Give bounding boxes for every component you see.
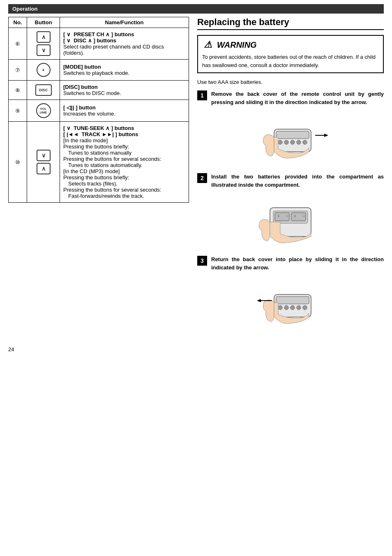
svg-point-20	[291, 306, 295, 310]
svg-rect-1	[276, 131, 309, 139]
func-text: [In the CD (MP3) mode]	[63, 168, 185, 174]
func-text: Switches to playback mode.	[63, 70, 185, 76]
row-button-10: ∨ ∧	[27, 122, 60, 203]
row-func-10: [ ∨ TUNE·SEEK ∧ ] buttons [ |◄◄ TRACK ►►…	[60, 122, 189, 203]
svg-point-4	[291, 140, 295, 144]
func-text: Switches to DISC mode.	[63, 90, 185, 96]
step-3: 3 Return the back cover into place by sl…	[197, 255, 384, 271]
svg-point-5	[297, 140, 301, 144]
func-text: [ ◁)) ] button	[63, 104, 96, 111]
svg-point-18	[278, 306, 282, 310]
mode-button-icon[interactable]: ●	[37, 63, 51, 77]
func-text: [ ∨ TUNE·SEEK ∧ ] buttons	[63, 125, 134, 131]
svg-text:+: +	[294, 214, 296, 218]
step-1: 1 Remove the back cover of the remote co…	[197, 90, 384, 106]
warning-title: ⚠ WARNING	[202, 39, 379, 51]
svg-text:−: −	[286, 214, 289, 218]
func-text: [MODE] button	[63, 64, 101, 70]
func-text: [In the radio mode]	[63, 137, 185, 144]
table-row: ⑨ VOLUME [ ◁)) ] button Increases the vo…	[9, 100, 189, 122]
table-row: ⑩ ∨ ∧ [ ∨ TUNE·SEEK ∧ ] buttons [ |◄◄ TR…	[9, 122, 189, 203]
svg-point-22	[303, 306, 307, 310]
svg-text:−: −	[303, 214, 305, 218]
func-text: Tunes to stations manually	[68, 150, 185, 156]
svg-point-3	[284, 140, 288, 144]
func-text: Fast-forwards/rewinds the track.	[68, 193, 185, 199]
func-text: Increases the volume.	[63, 111, 185, 117]
header-label: Operation	[12, 6, 37, 12]
func-text: Pressing the buttons for several seconds…	[63, 156, 185, 162]
row-func-7: [MODE] button Switches to playback mode.	[60, 60, 189, 81]
row-func-6: [ ∨ PRESET CH ∧ ] buttons [ ∨ DISC ∧ ] b…	[60, 28, 189, 60]
row-no-7: ⑦	[9, 60, 27, 81]
func-text: Select radio preset channels and CD disc…	[63, 44, 185, 56]
func-text: Selects tracks (files).	[68, 181, 185, 187]
col-header-no: No.	[9, 17, 27, 28]
page-header: Operation	[8, 4, 384, 14]
svg-marker-23	[257, 299, 261, 302]
row-button-7: ●	[27, 60, 60, 81]
section-title: Replacing the battery	[197, 17, 384, 30]
svg-point-2	[278, 140, 282, 144]
bottom-page: 24	[8, 346, 384, 352]
warning-text: To prevent accidents, store batteries ou…	[202, 53, 379, 69]
step-2-svg: + − + −	[249, 195, 332, 249]
row-no-6: ⑥	[9, 28, 27, 60]
func-text: [ ∨ DISC ∧ ] buttons	[63, 37, 116, 44]
step-2-number: 2	[197, 173, 207, 183]
page-number: 24	[8, 346, 14, 352]
step-3-text: Return the back cover into place by slid…	[211, 255, 384, 271]
row-button-9: VOLUME	[27, 100, 60, 122]
step-1-text: Remove the back cover of the remote cont…	[211, 90, 384, 106]
func-text: [ |◄◄ TRACK ►►| ] buttons	[63, 131, 138, 137]
arrow-up-icon[interactable]: ∧	[37, 31, 51, 43]
disc-button-icon[interactable]: DISC	[35, 84, 52, 96]
warning-box: ⚠ WARNING To prevent accidents, store ba…	[197, 35, 384, 73]
table-row: ⑥ ∧ ∨ [ ∨ PRESET CH ∧ ] buttons [ ∨ DISC…	[9, 28, 189, 60]
tune-up-icon[interactable]: ∧	[37, 163, 51, 174]
right-column: Replacing the battery ⚠ WARNING To preve…	[197, 17, 384, 338]
func-text: [DISC] button	[63, 84, 98, 90]
step-3-number: 3	[197, 256, 207, 266]
svg-point-21	[297, 306, 301, 310]
svg-point-19	[284, 306, 288, 310]
tune-down-icon[interactable]: ∨	[37, 150, 51, 161]
func-text: Pressing the buttons for several seconds…	[63, 187, 185, 193]
step-1-svg	[249, 113, 332, 166]
step-3-svg	[249, 278, 332, 331]
table-row: ⑧ DISC [DISC] button Switches to DISC mo…	[9, 81, 189, 100]
svg-point-6	[303, 140, 307, 144]
volume-button-icon[interactable]: VOLUME	[36, 103, 51, 118]
func-text: [ ∨ PRESET CH ∧ ] buttons	[63, 31, 134, 37]
step-3-image	[197, 278, 384, 331]
step-1-number: 1	[197, 90, 207, 100]
warning-triangle-icon: ⚠	[202, 39, 214, 51]
row-func-8: [DISC] button Switches to DISC mode.	[60, 81, 189, 100]
step-2: 2 Install the two batteries provided int…	[197, 173, 384, 189]
func-text: Pressing the buttons briefly:	[63, 144, 185, 150]
table-row: ⑦ ● [MODE] button Switches to playback m…	[9, 60, 189, 81]
battery-text: Use two AAA size batteries.	[197, 79, 384, 85]
func-text: Tunes to stations automatically.	[68, 162, 185, 168]
operation-table: No. Button Name/Function ⑥ ∧ ∨	[8, 17, 189, 203]
row-no-8: ⑧	[9, 81, 27, 100]
step-2-image: + − + −	[197, 195, 384, 249]
step-1-image	[197, 113, 384, 166]
arrow-down-icon[interactable]: ∨	[37, 44, 51, 56]
row-no-9: ⑨	[9, 100, 27, 122]
col-header-function: Name/Function	[60, 17, 189, 28]
row-no-10: ⑩	[9, 122, 27, 203]
svg-text:+: +	[277, 214, 280, 218]
svg-rect-17	[276, 297, 309, 304]
left-column: No. Button Name/Function ⑥ ∧ ∨	[8, 17, 189, 203]
row-button-8: DISC	[27, 81, 60, 100]
col-header-button: Button	[27, 17, 60, 28]
svg-marker-7	[324, 134, 328, 137]
row-button-6: ∧ ∨	[27, 28, 60, 60]
step-2-text: Install the two batteries provided into …	[211, 173, 384, 189]
warning-label: WARNING	[217, 40, 257, 50]
row-func-9: [ ◁)) ] button Increases the volume.	[60, 100, 189, 122]
func-text: Pressing the buttons briefly:	[63, 174, 185, 181]
